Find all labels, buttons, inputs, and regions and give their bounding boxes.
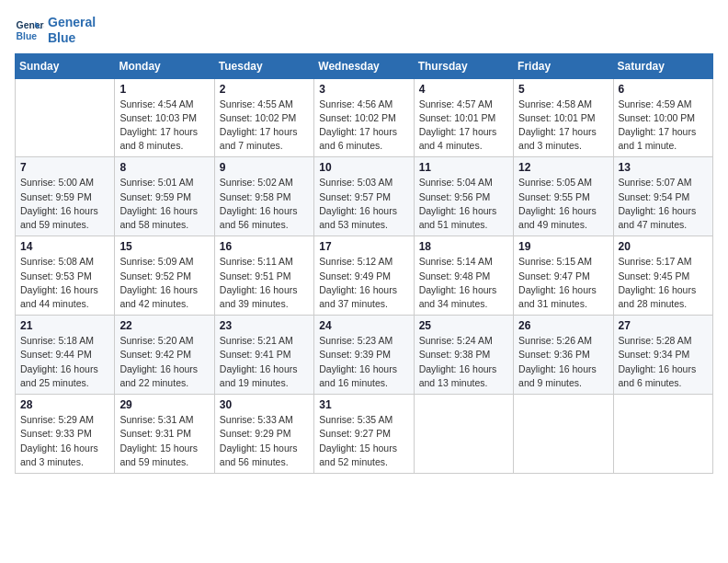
weekday-header-row: SundayMondayTuesdayWednesdayThursdayFrid… <box>16 53 713 78</box>
day-info: Sunrise: 5:29 AMSunset: 9:33 PMDaylight:… <box>20 413 109 469</box>
day-number: 3 <box>319 83 408 96</box>
day-number: 9 <box>220 161 309 174</box>
day-cell: 8Sunrise: 5:01 AMSunset: 9:59 PMDaylight… <box>115 157 214 236</box>
day-cell: 26Sunrise: 5:26 AMSunset: 9:36 PMDayligh… <box>514 316 613 395</box>
day-cell: 11Sunrise: 5:04 AMSunset: 9:56 PMDayligh… <box>414 157 513 236</box>
day-cell: 10Sunrise: 5:03 AMSunset: 9:57 PMDayligh… <box>314 157 414 236</box>
day-cell: 21Sunrise: 5:18 AMSunset: 9:44 PMDayligh… <box>16 316 115 395</box>
day-number: 18 <box>419 240 508 253</box>
week-row-3: 14Sunrise: 5:08 AMSunset: 9:53 PMDayligh… <box>16 236 713 316</box>
weekday-friday: Friday <box>514 53 613 78</box>
day-cell: 19Sunrise: 5:15 AMSunset: 9:47 PMDayligh… <box>514 236 613 316</box>
day-cell: 4Sunrise: 4:57 AMSunset: 10:01 PMDayligh… <box>414 78 513 157</box>
day-cell: 23Sunrise: 5:21 AMSunset: 9:41 PMDayligh… <box>214 316 313 395</box>
day-info: Sunrise: 5:03 AMSunset: 9:57 PMDaylight:… <box>319 176 408 232</box>
day-info: Sunrise: 5:14 AMSunset: 9:48 PMDaylight:… <box>419 255 508 311</box>
day-cell: 31Sunrise: 5:35 AMSunset: 9:27 PMDayligh… <box>314 395 414 474</box>
day-number: 21 <box>20 319 109 332</box>
day-cell: 29Sunrise: 5:31 AMSunset: 9:31 PMDayligh… <box>115 395 214 474</box>
day-info: Sunrise: 4:59 AMSunset: 10:00 PMDaylight… <box>619 98 708 154</box>
day-number: 14 <box>20 240 109 253</box>
day-cell: 3Sunrise: 4:56 AMSunset: 10:02 PMDayligh… <box>314 78 414 157</box>
day-cell: 2Sunrise: 4:55 AMSunset: 10:02 PMDayligh… <box>214 78 313 157</box>
day-info: Sunrise: 4:57 AMSunset: 10:01 PMDaylight… <box>419 98 508 154</box>
calendar-body: 1Sunrise: 4:54 AMSunset: 10:03 PMDayligh… <box>16 78 713 473</box>
day-number: 20 <box>619 240 708 253</box>
week-row-4: 21Sunrise: 5:18 AMSunset: 9:44 PMDayligh… <box>16 316 713 395</box>
day-info: Sunrise: 5:02 AMSunset: 9:58 PMDaylight:… <box>220 176 309 232</box>
day-number: 29 <box>119 398 209 411</box>
day-cell: 14Sunrise: 5:08 AMSunset: 9:53 PMDayligh… <box>16 236 115 316</box>
day-cell: 1Sunrise: 4:54 AMSunset: 10:03 PMDayligh… <box>115 78 214 157</box>
day-cell <box>16 78 115 157</box>
day-number: 1 <box>119 83 209 96</box>
day-number: 23 <box>220 319 309 332</box>
day-info: Sunrise: 5:15 AMSunset: 9:47 PMDaylight:… <box>518 255 608 311</box>
logo-icon: General Blue <box>15 16 44 45</box>
weekday-monday: Monday <box>115 53 214 78</box>
day-info: Sunrise: 4:58 AMSunset: 10:01 PMDaylight… <box>518 98 608 154</box>
logo: General Blue General Blue <box>15 15 96 46</box>
weekday-thursday: Thursday <box>414 53 513 78</box>
calendar-table: SundayMondayTuesdayWednesdayThursdayFrid… <box>15 53 713 474</box>
day-info: Sunrise: 5:17 AMSunset: 9:45 PMDaylight:… <box>619 255 708 311</box>
day-info: Sunrise: 5:00 AMSunset: 9:59 PMDaylight:… <box>20 176 109 232</box>
day-number: 24 <box>319 319 408 332</box>
day-number: 28 <box>20 398 109 411</box>
day-info: Sunrise: 4:55 AMSunset: 10:02 PMDaylight… <box>220 98 309 154</box>
day-number: 16 <box>220 240 309 253</box>
day-cell: 30Sunrise: 5:33 AMSunset: 9:29 PMDayligh… <box>214 395 313 474</box>
svg-text:Blue: Blue <box>17 30 38 40</box>
day-info: Sunrise: 5:35 AMSunset: 9:27 PMDaylight:… <box>319 413 408 469</box>
day-number: 5 <box>518 83 608 96</box>
day-info: Sunrise: 4:56 AMSunset: 10:02 PMDaylight… <box>319 98 408 154</box>
page-header: General Blue General Blue <box>15 15 713 46</box>
day-info: Sunrise: 5:21 AMSunset: 9:41 PMDaylight:… <box>220 334 309 390</box>
weekday-tuesday: Tuesday <box>214 53 313 78</box>
day-info: Sunrise: 5:07 AMSunset: 9:54 PMDaylight:… <box>619 176 708 232</box>
day-cell: 22Sunrise: 5:20 AMSunset: 9:42 PMDayligh… <box>115 316 214 395</box>
day-cell: 20Sunrise: 5:17 AMSunset: 9:45 PMDayligh… <box>613 236 712 316</box>
day-info: Sunrise: 5:12 AMSunset: 9:49 PMDaylight:… <box>319 255 408 311</box>
day-info: Sunrise: 4:54 AMSunset: 10:03 PMDaylight… <box>119 98 209 154</box>
day-cell <box>414 395 513 474</box>
day-info: Sunrise: 5:11 AMSunset: 9:51 PMDaylight:… <box>220 255 309 311</box>
day-number: 2 <box>220 83 309 96</box>
day-cell: 12Sunrise: 5:05 AMSunset: 9:55 PMDayligh… <box>514 157 613 236</box>
weekday-sunday: Sunday <box>16 53 115 78</box>
week-row-1: 1Sunrise: 4:54 AMSunset: 10:03 PMDayligh… <box>16 78 713 157</box>
day-cell: 9Sunrise: 5:02 AMSunset: 9:58 PMDaylight… <box>214 157 313 236</box>
day-info: Sunrise: 5:33 AMSunset: 9:29 PMDaylight:… <box>220 413 309 469</box>
day-number: 22 <box>119 319 209 332</box>
day-number: 26 <box>518 319 608 332</box>
day-info: Sunrise: 5:08 AMSunset: 9:53 PMDaylight:… <box>20 255 109 311</box>
day-cell: 13Sunrise: 5:07 AMSunset: 9:54 PMDayligh… <box>613 157 712 236</box>
day-info: Sunrise: 5:23 AMSunset: 9:39 PMDaylight:… <box>319 334 408 390</box>
day-cell: 18Sunrise: 5:14 AMSunset: 9:48 PMDayligh… <box>414 236 513 316</box>
day-info: Sunrise: 5:31 AMSunset: 9:31 PMDaylight:… <box>119 413 209 469</box>
day-number: 4 <box>419 83 508 96</box>
day-cell: 25Sunrise: 5:24 AMSunset: 9:38 PMDayligh… <box>414 316 513 395</box>
weekday-saturday: Saturday <box>613 53 712 78</box>
logo-text: General Blue <box>48 15 96 46</box>
day-number: 13 <box>619 161 708 174</box>
day-number: 12 <box>518 161 608 174</box>
day-cell <box>613 395 712 474</box>
day-number: 10 <box>319 161 408 174</box>
day-info: Sunrise: 5:04 AMSunset: 9:56 PMDaylight:… <box>419 176 508 232</box>
day-cell: 28Sunrise: 5:29 AMSunset: 9:33 PMDayligh… <box>16 395 115 474</box>
week-row-5: 28Sunrise: 5:29 AMSunset: 9:33 PMDayligh… <box>16 395 713 474</box>
day-number: 31 <box>319 398 408 411</box>
day-cell: 17Sunrise: 5:12 AMSunset: 9:49 PMDayligh… <box>314 236 414 316</box>
day-info: Sunrise: 5:18 AMSunset: 9:44 PMDaylight:… <box>20 334 109 390</box>
day-cell: 24Sunrise: 5:23 AMSunset: 9:39 PMDayligh… <box>314 316 414 395</box>
day-number: 19 <box>518 240 608 253</box>
week-row-2: 7Sunrise: 5:00 AMSunset: 9:59 PMDaylight… <box>16 157 713 236</box>
day-number: 6 <box>619 83 708 96</box>
day-info: Sunrise: 5:01 AMSunset: 9:59 PMDaylight:… <box>119 176 209 232</box>
day-cell: 27Sunrise: 5:28 AMSunset: 9:34 PMDayligh… <box>613 316 712 395</box>
day-info: Sunrise: 5:24 AMSunset: 9:38 PMDaylight:… <box>419 334 508 390</box>
day-number: 15 <box>119 240 209 253</box>
day-cell: 15Sunrise: 5:09 AMSunset: 9:52 PMDayligh… <box>115 236 214 316</box>
day-info: Sunrise: 5:05 AMSunset: 9:55 PMDaylight:… <box>518 176 608 232</box>
